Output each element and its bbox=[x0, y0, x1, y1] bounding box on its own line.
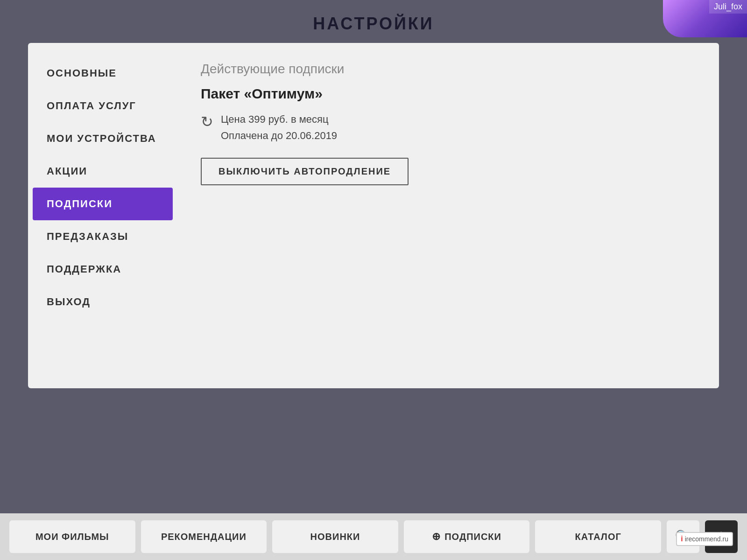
recommend-logo: i bbox=[681, 535, 683, 543]
sidebar-item-osnovnye[interactable]: ОСНОВНЫЕ bbox=[28, 57, 177, 90]
watermark: Juli_fox bbox=[709, 0, 747, 14]
refresh-icon: ↻ bbox=[201, 113, 213, 131]
bottom-nav-recommendations[interactable]: РЕКОМЕНДАЦИИ bbox=[141, 520, 267, 553]
sidebar-item-podpiski[interactable]: ПОДПИСКИ bbox=[33, 188, 173, 220]
price-line2: Оплачена до 20.06.2019 bbox=[221, 127, 337, 144]
sidebar-item-oplata[interactable]: ОПЛАТА УСЛУГ bbox=[28, 90, 177, 122]
package-details: ↻ Цена 399 руб. в месяц Оплачена до 20.0… bbox=[201, 111, 696, 144]
sidebar: ОСНОВНЫЕ ОПЛАТА УСЛУГ МОИ УСТРОЙСТВА АКЦ… bbox=[28, 43, 177, 388]
recommend-badge: i irecommend.ru bbox=[676, 532, 733, 546]
package-info: Цена 399 руб. в месяц Оплачена до 20.06.… bbox=[221, 111, 337, 144]
bottom-nav-subscriptions[interactable]: ⊕ ПОДПИСКИ bbox=[404, 520, 530, 553]
sidebar-item-podderzhka[interactable]: ПОДДЕРЖКА bbox=[28, 253, 177, 286]
bottom-nav-new[interactable]: НОВИНКИ bbox=[272, 520, 398, 553]
price-line1: Цена 399 руб. в месяц bbox=[221, 111, 337, 127]
sidebar-item-aktsii[interactable]: АКЦИИ bbox=[28, 155, 177, 188]
disable-autorenew-button[interactable]: ВЫКЛЮЧИТЬ АВТОПРОДЛЕНИЕ bbox=[201, 158, 409, 185]
subscriptions-icon: ⊕ bbox=[432, 531, 441, 543]
content-area: Действующие подписки Пакет «Оптимум» ↻ Ц… bbox=[177, 43, 719, 388]
main-card: ОСНОВНЫЕ ОПЛАТА УСЛУГ МОИ УСТРОЙСТВА АКЦ… bbox=[28, 43, 719, 388]
sidebar-item-vykhod[interactable]: ВЫХОД bbox=[28, 286, 177, 318]
bottom-nav-catalog[interactable]: КАТАЛОГ bbox=[535, 520, 661, 553]
sidebar-item-predzakazy[interactable]: ПРЕДЗАКАЗЫ bbox=[28, 220, 177, 253]
page-title: НАСТРОЙКИ bbox=[0, 0, 747, 43]
watermark-text: Juli_fox bbox=[714, 2, 742, 11]
section-title: Действующие подписки bbox=[201, 62, 696, 77]
bottom-nav-bar: МОИ ФИЛЬМЫ РЕКОМЕНДАЦИИ НОВИНКИ ⊕ ПОДПИС… bbox=[0, 513, 747, 560]
package-name: Пакет «Оптимум» bbox=[201, 86, 696, 102]
bottom-nav-my-films[interactable]: МОИ ФИЛЬМЫ bbox=[9, 520, 135, 553]
sidebar-item-devices[interactable]: МОИ УСТРОЙСТВА bbox=[28, 122, 177, 155]
recommend-label: irecommend.ru bbox=[685, 535, 728, 543]
